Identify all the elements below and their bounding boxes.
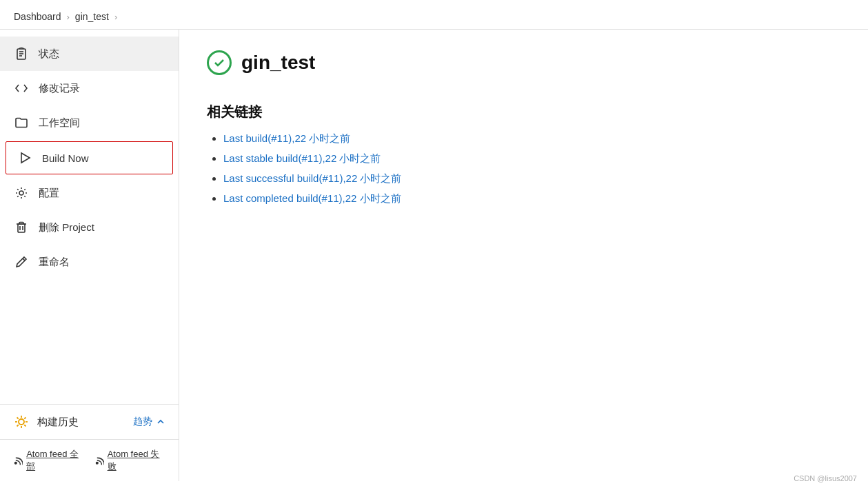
sidebar-label-delete: 删除 Project [39, 221, 94, 234]
svg-point-21 [96, 462, 98, 464]
sidebar-item-status[interactable]: 状态 [0, 37, 179, 71]
play-icon [17, 150, 32, 165]
clipboard-icon [14, 46, 29, 61]
related-links-title: 相关链接 [207, 103, 840, 121]
breadcrumb-dashboard[interactable]: Dashboard [14, 11, 61, 22]
breadcrumb: Dashboard › gin_test › [0, 0, 868, 30]
breadcrumb-sep-1: › [67, 12, 70, 22]
sidebar-label-status: 状态 [39, 48, 59, 61]
project-title-row: gin_test [207, 50, 840, 75]
trash-icon [14, 220, 29, 235]
list-item: Last stable build(#11),22 小时之前 [223, 152, 840, 165]
footer-note: CSDN @lisus2007 [794, 474, 857, 482]
svg-line-19 [24, 418, 26, 419]
success-icon [207, 50, 232, 75]
svg-marker-4 [21, 153, 30, 163]
sidebar-item-changelog[interactable]: 修改记录 [0, 71, 179, 105]
atom-feeds: Atom feed 全部 Atom feed 失败 [0, 439, 179, 481]
svg-line-16 [17, 418, 19, 419]
svg-rect-7 [18, 224, 25, 232]
sidebar-label-rename: 重命名 [39, 256, 70, 269]
sidebar-item-workspace[interactable]: 工作空间 [0, 105, 179, 140]
breadcrumb-gin-test[interactable]: gin_test [75, 11, 109, 22]
project-name: gin_test [241, 52, 315, 74]
gear-icon [14, 185, 29, 201]
folder-icon [14, 115, 29, 130]
main-content: gin_test 相关链接 Last build(#11),22 小时之前 La… [179, 30, 868, 481]
related-links-list: Last build(#11),22 小时之前 Last stable buil… [207, 132, 840, 205]
code-icon [14, 81, 29, 96]
list-item: Last completed build(#11),22 小时之前 [223, 192, 840, 205]
svg-line-17 [24, 425, 26, 426]
link-last-successful[interactable]: Last successful build(#11),22 小时之前 [223, 172, 401, 184]
layout: 状态 修改记录 工作空间 [0, 30, 868, 481]
svg-point-20 [14, 462, 17, 464]
build-history-trend[interactable]: 趋势 [133, 416, 165, 428]
svg-line-18 [17, 425, 19, 426]
svg-point-5 [19, 191, 23, 195]
sun-icon [14, 414, 29, 429]
list-item: Last successful build(#11),22 小时之前 [223, 172, 840, 185]
related-links: 相关链接 Last build(#11),22 小时之前 Last stable… [207, 103, 840, 205]
sidebar-label-workspace: 工作空间 [39, 116, 80, 130]
sidebar-bottom: 构建历史 趋势 Atom feed 全部 [0, 404, 179, 481]
sidebar-item-delete[interactable]: 删除 Project [0, 210, 179, 245]
sidebar-item-rename[interactable]: 重命名 [0, 245, 179, 279]
link-last-stable[interactable]: Last stable build(#11),22 小时之前 [223, 152, 381, 164]
build-history-header[interactable]: 构建历史 趋势 [0, 405, 179, 439]
build-history-label: 构建历史 [37, 416, 79, 429]
sidebar-label-changelog: 修改记录 [39, 82, 80, 95]
sidebar-item-config[interactable]: 配置 [0, 176, 179, 210]
link-last-build[interactable]: Last build(#11),22 小时之前 [223, 132, 350, 144]
sidebar-label-build-now: Build Now [42, 152, 89, 164]
svg-point-11 [19, 419, 24, 425]
list-item: Last build(#11),22 小时之前 [223, 132, 840, 145]
link-last-completed[interactable]: Last completed build(#11),22 小时之前 [223, 192, 401, 204]
breadcrumb-sep-2: › [114, 12, 117, 22]
atom-feed-all[interactable]: Atom feed 全部 [14, 448, 84, 473]
sidebar-label-config: 配置 [39, 187, 59, 200]
pencil-icon [14, 254, 29, 270]
sidebar-item-build-now[interactable]: Build Now [6, 141, 173, 174]
svg-line-10 [23, 258, 25, 261]
atom-feed-failed[interactable]: Atom feed 失败 [95, 448, 165, 473]
sidebar: 状态 修改记录 工作空间 [0, 30, 179, 481]
